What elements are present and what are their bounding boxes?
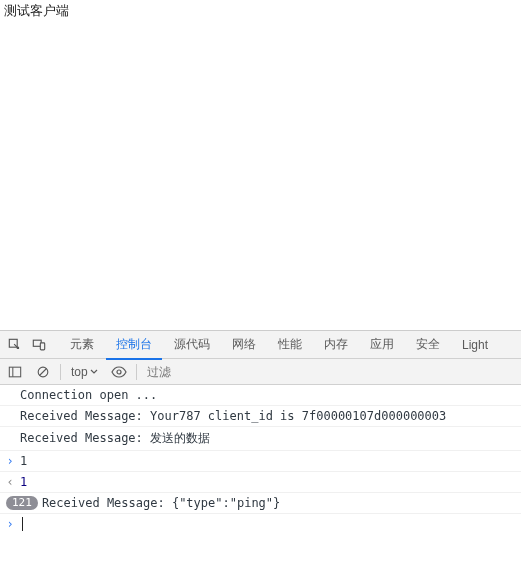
svg-rect-2 [40,342,44,349]
svg-rect-3 [9,367,20,377]
log-result: 1 [20,475,521,489]
console-body: Connection open ... Received Message: Yo… [0,385,521,534]
page-content: 测试客户端 [0,0,521,330]
device-toggle-icon[interactable] [28,334,50,356]
console-toolbar: top [0,359,521,385]
svg-line-6 [40,368,47,375]
svg-point-7 [117,370,121,374]
console-input-row[interactable]: › [0,514,521,534]
log-row[interactable]: Connection open ... [0,385,521,406]
log-row-input[interactable]: › 1 [0,451,521,472]
chevron-down-icon [90,368,98,376]
log-message: Received Message: Your787 client_id is 7… [20,409,521,423]
tab-sources[interactable]: 源代码 [164,330,220,359]
log-message: Received Message: {"type":"ping"} [42,496,521,510]
eye-icon[interactable] [108,361,130,383]
tab-lighthouse[interactable]: Light [452,332,498,358]
context-label: top [71,365,88,379]
log-input: 1 [20,454,521,468]
context-selector[interactable]: top [67,365,102,379]
console-input[interactable] [27,517,521,531]
log-row-repeated[interactable]: 121 Received Message: {"type":"ping"} [0,493,521,514]
log-message: Received Message: 发送的数据 [20,430,521,447]
tab-security[interactable]: 安全 [406,330,450,359]
tab-application[interactable]: 应用 [360,330,404,359]
log-row[interactable]: Received Message: 发送的数据 [0,427,521,451]
prompt-out-icon: ‹ [4,475,16,489]
clear-console-icon[interactable] [32,361,54,383]
tab-network[interactable]: 网络 [222,330,266,359]
log-row-output[interactable]: ‹ 1 [0,472,521,493]
sidebar-toggle-icon[interactable] [4,361,26,383]
repeat-count-badge: 121 [6,496,38,510]
devtools-panel: 元素 控制台 源代码 网络 性能 内存 应用 安全 Light top Conn… [0,330,521,534]
toolbar-divider [60,364,61,380]
tab-elements[interactable]: 元素 [60,330,104,359]
log-row[interactable]: Received Message: Your787 client_id is 7… [0,406,521,427]
tab-performance[interactable]: 性能 [268,330,312,359]
caret-icon [22,517,23,531]
prompt-in-icon: › [4,454,16,468]
page-title: 测试客户端 [4,2,517,20]
toolbar-divider [136,364,137,380]
log-message: Connection open ... [20,388,521,402]
filter-input[interactable] [143,363,203,381]
devtools-tabbar: 元素 控制台 源代码 网络 性能 内存 应用 安全 Light [0,331,521,359]
inspect-icon[interactable] [4,334,26,356]
tab-memory[interactable]: 内存 [314,330,358,359]
tab-console[interactable]: 控制台 [106,330,162,360]
prompt-in-icon: › [4,517,16,531]
